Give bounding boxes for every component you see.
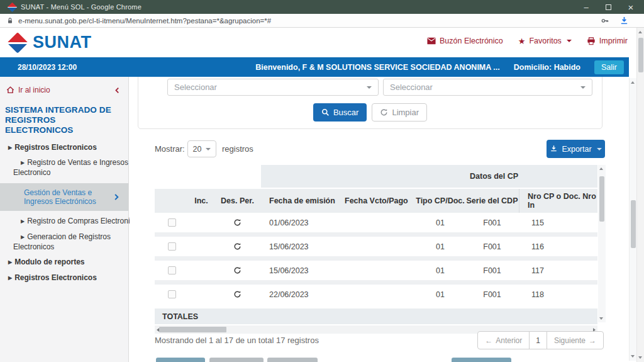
page-scrollbar-thumb[interactable] — [638, 38, 643, 72]
frame-vertical-scrollbar[interactable] — [629, 78, 636, 361]
siguiente-button[interactable]: Siguiente → — [547, 332, 603, 349]
welcome-text: Bienvenido, F & M SOLUTIONS SERVICE SOCI… — [255, 63, 499, 72]
favoritos-menu[interactable]: ★ Favoritos — [518, 37, 572, 45]
sidebar-item-gestion-ventas-selected[interactable]: Gestión de Ventas e Ingresos Electrónico… — [0, 183, 128, 211]
browser-url-bar[interactable]: e-menu.sunat.gob.pe/cl-ti-itmenu/MenuInt… — [0, 14, 644, 28]
chevron-left-icon[interactable] — [114, 87, 121, 94]
envelope-icon — [427, 37, 436, 45]
frame-scrollbar-thumb[interactable] — [631, 200, 636, 248]
download-icon[interactable] — [619, 16, 629, 25]
sidebar-item-registro-compras[interactable]: ▶Registro de Compras Electronico — [0, 217, 128, 227]
cell-tipo-cp-doc: 01 — [415, 261, 465, 280]
session-datetime: 28/10/2023 12:00 — [18, 63, 77, 72]
refresh-icon[interactable] — [233, 242, 242, 251]
refresh-icon[interactable] — [233, 266, 242, 274]
sidebar-item-registros-electronicos[interactable]: ▶Registros Electronicos — [0, 143, 128, 153]
page-vertical-scrollbar[interactable] — [636, 28, 644, 362]
exportar-button[interactable]: Exportar — [547, 140, 605, 158]
cell-serie-cdp: F001 — [465, 285, 519, 304]
key-icon[interactable] — [601, 16, 609, 25]
buscar-button[interactable]: Buscar — [313, 103, 367, 122]
home-icon — [6, 86, 14, 94]
close-button[interactable]: × — [626, 3, 635, 12]
sidebar-item-generacion-registros[interactable]: ▶Generacion de Registros Electronicos — [0, 232, 128, 252]
filter-select-2[interactable]: Seleccionar — [383, 79, 592, 96]
window-titlebar: SUNAT - Menú SOL - Google Chrome – × — [0, 0, 644, 14]
main-content: Seleccionar Seleccionar Buscar — [130, 77, 629, 362]
star-icon: ★ — [518, 37, 526, 45]
page-number[interactable]: 1 — [530, 332, 547, 349]
window-title: SUNAT - Menú SOL - Google Chrome — [21, 3, 142, 11]
sidebar-home-link[interactable]: Ir al inicio — [0, 77, 128, 94]
cell-fecha-emision: 01/06/2023 — [261, 213, 336, 232]
cutoff-button-stub — [209, 358, 264, 362]
col-header-nro-cp: Nro CP o Doc. Nro In — [519, 189, 597, 213]
cell-fecha-vcto-pago — [336, 285, 415, 304]
cell-tipo-cp-doc: 01 — [415, 285, 465, 304]
chevron-right-icon — [113, 193, 120, 201]
row-checkbox[interactable] — [168, 242, 176, 251]
row-checkbox[interactable] — [168, 290, 176, 298]
salir-button[interactable]: Salir — [594, 60, 624, 74]
registros-label: registros — [222, 144, 253, 154]
imprimir-link[interactable]: Imprimir — [587, 37, 628, 45]
maximize-button[interactable] — [606, 4, 611, 10]
table-group-header-row: Datos del CP — [155, 165, 597, 189]
sidebar-item-modulo-reportes[interactable]: ▶Modulo de reportes — [0, 257, 128, 268]
scroll-down-icon[interactable] — [631, 355, 635, 358]
domicilio-status: Domicilio: Habido — [514, 63, 580, 72]
page-size-select[interactable]: 20 — [187, 140, 216, 157]
buzon-electronico-link[interactable]: Buzón Electrónico — [427, 37, 503, 45]
row-checkbox[interactable] — [168, 218, 176, 227]
search-filter-panel: Seleccionar Seleccionar Buscar — [138, 77, 602, 129]
col-header-tipo-cp-doc: Tipo CP/Doc. — [415, 189, 465, 213]
row-checkbox[interactable] — [168, 266, 176, 274]
table-row: 01/06/2023 01 F001 115 — [155, 213, 597, 232]
col-header-select — [155, 189, 189, 213]
limpiar-button[interactable]: Limpiar — [372, 103, 427, 122]
cell-fecha-emision: 22/06/2023 — [261, 285, 336, 304]
scroll-down-icon[interactable] — [638, 356, 642, 359]
printer-icon — [587, 37, 596, 45]
horizontal-scrollbar-thumb[interactable] — [159, 327, 226, 332]
scroll-up-icon[interactable] — [599, 167, 603, 170]
anterior-button[interactable]: ← Anterior — [478, 332, 530, 349]
totales-row: TOTALES — [155, 308, 597, 324]
col-header-fecha-emision: Fecha de emisión — [261, 189, 336, 213]
group-header-datos-del-cp: Datos del CP — [470, 172, 518, 181]
sidebar-item-registro-ventas-ingresos[interactable]: ▶Registro de Ventas e Ingresos Electroni… — [0, 158, 128, 178]
table-body: 01/06/2023 01 F001 115 15/06/2023 01 F00… — [155, 213, 597, 304]
cell-nro-cp: 117 — [519, 261, 597, 280]
cell-fecha-vcto-pago — [336, 213, 415, 232]
site-header: SUNAT Buzón Electrónico ★ Favoritos Impr… — [0, 28, 644, 57]
url-text[interactable]: e-menu.sunat.gob.pe/cl-ti-itmenu/MenuInt… — [18, 17, 271, 25]
scroll-up-icon[interactable] — [638, 31, 642, 33]
chevron-down-icon — [567, 40, 572, 42]
pagination: ← Anterior 1 Siguiente → — [477, 331, 604, 349]
sidebar-system-title: SISTEMA INTEGRADO DE REGISTROS ELECTRONI… — [5, 105, 123, 136]
minimize-button[interactable]: – — [582, 3, 591, 11]
chevron-down-icon — [580, 86, 586, 89]
refresh-icon[interactable] — [233, 218, 242, 227]
filter-select-1[interactable]: Seleccionar — [167, 79, 379, 96]
triangle-bullet-icon: ▶ — [21, 218, 25, 224]
browser-window: SUNAT - Menú SOL - Google Chrome – × e-m… — [0, 0, 644, 362]
refresh-icon[interactable] — [233, 290, 242, 298]
table-row: 22/06/2023 01 F001 118 — [155, 285, 597, 304]
session-bar: 28/10/2023 12:00 Bienvenido, F & M SOLUT… — [0, 57, 629, 77]
sidebar-item-registros-electronicos-2[interactable]: ▶Registros Electronicos — [0, 273, 128, 283]
col-header-fecha-vcto-pago: Fecha Vcto/Pago — [336, 189, 415, 213]
triangle-bullet-icon: ▶ — [21, 160, 25, 166]
arrow-right-icon: → — [589, 336, 596, 345]
table-vertical-scrollbar[interactable] — [598, 165, 606, 322]
mostrar-label: Mostrar: — [155, 144, 185, 154]
table-scrollbar-thumb[interactable] — [599, 176, 604, 222]
triangle-bullet-icon: ▶ — [21, 234, 25, 240]
cutoff-button-stub — [267, 358, 318, 362]
scroll-down-icon[interactable] — [599, 317, 603, 320]
cell-serie-cdp: F001 — [465, 213, 519, 232]
search-icon — [321, 108, 330, 116]
scroll-up-icon[interactable] — [631, 81, 635, 84]
sunat-logo-icon — [7, 32, 28, 54]
chevron-down-icon — [367, 86, 372, 89]
